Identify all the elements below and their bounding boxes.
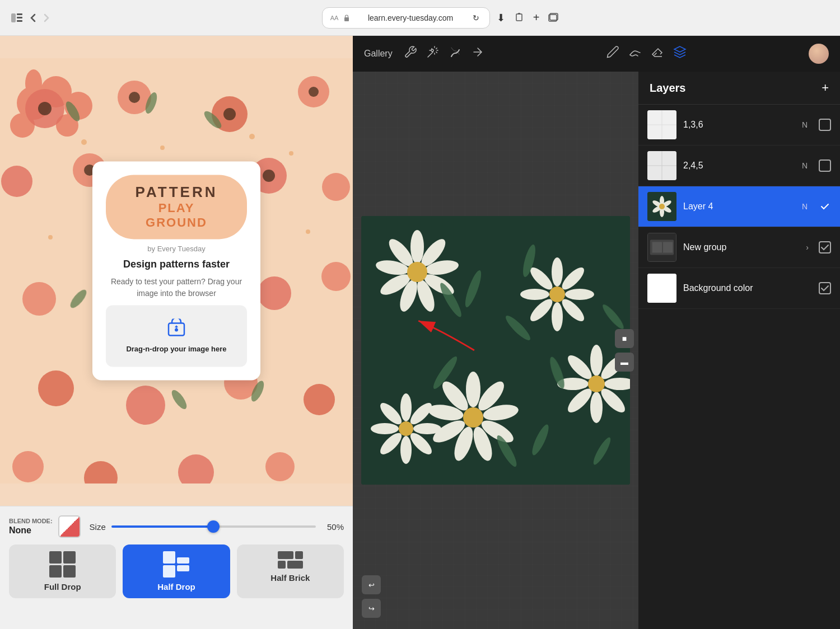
gallery-button[interactable]: Gallery [364, 49, 393, 59]
svg-rect-1 [17, 13, 22, 15]
svg-point-53 [160, 145, 165, 150]
layer-mode: N [802, 120, 808, 129]
cell [63, 551, 76, 564]
layer-item[interactable]: 2,4,5 N [638, 145, 840, 186]
drop-zone[interactable]: Drag-n-drop your image here [106, 306, 247, 367]
address-bar-area: AA learn.every-tuesday.com ↻ ⬇ + [56, 7, 827, 29]
full-drop-button[interactable]: Full Drop [9, 544, 116, 598]
browser-panel: PATTERN PLAYGROUND by Every Tuesday Desi… [0, 36, 353, 629]
svg-point-38 [129, 92, 140, 103]
main-container: PATTERN PLAYGROUND by Every Tuesday Desi… [0, 36, 840, 629]
brick [278, 551, 293, 559]
move-icon[interactable] [471, 45, 484, 62]
svg-point-58 [306, 229, 310, 234]
url-text[interactable]: learn.every-tuesday.com [355, 13, 465, 22]
blend-swatch[interactable] [58, 515, 81, 538]
smudge-icon[interactable] [628, 45, 642, 62]
share-button[interactable] [512, 11, 526, 25]
layer-item[interactable]: 1,3,6 N [638, 105, 840, 145]
layer-item[interactable]: Background color [638, 268, 840, 309]
svg-point-82 [466, 372, 480, 407]
undo-redo-controls: ↩ ↪ [362, 575, 381, 618]
pen-icon[interactable] [606, 45, 619, 62]
canvas-art [361, 216, 630, 485]
tabs-button[interactable] [546, 11, 561, 25]
canvas-nav-btn-1[interactable]: ■ [615, 329, 634, 348]
full-drop-icon [49, 551, 76, 578]
svg-point-101 [400, 393, 412, 421]
layer-thumbnail [647, 110, 676, 139]
layers-header: Layers + [638, 72, 840, 105]
layer-expand-arrow[interactable]: › [806, 243, 809, 252]
card-title: Design patterns faster [123, 259, 230, 271]
layer-thumb-preview [647, 110, 676, 139]
cell [63, 565, 76, 578]
half-drop-label: Half Drop [157, 582, 195, 592]
toolbar-left: Gallery [364, 45, 484, 62]
svg-point-52 [81, 139, 87, 145]
reload-button[interactable]: ↻ [470, 11, 482, 25]
redo-button[interactable]: ↪ [362, 599, 381, 618]
svg-point-60 [175, 328, 178, 332]
new-tab-button[interactable]: + [531, 9, 542, 26]
blend-mode-section: Blend Mode: None [9, 515, 81, 538]
svg-point-107 [371, 423, 399, 434]
layer-visibility-checkbox[interactable] [819, 159, 831, 172]
floral-background: PATTERN PLAYGROUND by Every Tuesday Desi… [0, 36, 353, 506]
layer-thumbnail [647, 192, 676, 221]
forward-button[interactable] [41, 11, 52, 25]
layer-visibility-checkbox[interactable] [819, 282, 831, 294]
brick [287, 561, 303, 569]
layer-thumb-preview [647, 192, 676, 221]
svg-rect-5 [516, 14, 522, 21]
svg-point-105 [400, 436, 412, 464]
layer-visibility-checkbox[interactable] [819, 119, 831, 131]
magic-wand-icon[interactable] [426, 45, 440, 62]
layer-thumb-preview [647, 151, 676, 180]
brick-row [278, 551, 303, 559]
sidebar-toggle-button[interactable] [9, 11, 25, 25]
wrench-icon[interactable] [404, 45, 417, 62]
layer-item-active[interactable]: Layer 4 N [638, 186, 840, 227]
svg-point-72 [407, 262, 427, 282]
cell [177, 565, 189, 571]
browser-toolbar: AA learn.every-tuesday.com ↻ ⬇ + [0, 0, 840, 36]
svg-rect-140 [663, 242, 673, 252]
svg-point-30 [126, 386, 165, 425]
size-section: Size 50% [90, 522, 344, 532]
layer-thumb-preview [648, 233, 676, 262]
svg-point-33 [12, 451, 44, 482]
svg-point-24 [322, 173, 350, 201]
half-brick-button[interactable]: Half Brick [237, 544, 344, 598]
canvas-nav: ■ ▬ [615, 329, 634, 372]
eraser-icon[interactable] [651, 45, 664, 62]
pattern-card: PATTERN PLAYGROUND by Every Tuesday Desi… [92, 161, 260, 380]
svg-point-25 [22, 282, 56, 316]
address-bar[interactable]: AA learn.every-tuesday.com ↻ [322, 7, 490, 29]
layer-name: New group [683, 242, 799, 252]
add-layer-button[interactable]: + [822, 81, 829, 95]
layer-thumbnail [647, 274, 676, 303]
undo-button[interactable]: ↩ [362, 575, 381, 594]
half-drop-icon [163, 551, 189, 578]
download-button[interactable]: ⬇ [494, 10, 507, 26]
layers-icon[interactable] [673, 45, 687, 62]
drop-text: Drag-n-drop your image here [126, 345, 226, 354]
layer-visibility-checkbox[interactable] [819, 200, 831, 213]
logo-line1: PATTERN [119, 184, 234, 201]
cell [163, 551, 175, 564]
svg-point-136 [659, 204, 665, 209]
half-drop-button[interactable]: Half Drop [123, 544, 230, 598]
back-button[interactable] [28, 11, 38, 25]
layer-name: 2,4,5 [683, 161, 795, 171]
liquify-icon[interactable] [449, 45, 462, 62]
svg-point-55 [289, 151, 293, 156]
layer-item[interactable]: New group › [638, 227, 840, 268]
user-avatar[interactable] [809, 44, 829, 64]
layer-visibility-checkbox[interactable] [819, 241, 831, 254]
svg-point-54 [249, 134, 255, 139]
size-slider[interactable] [111, 525, 316, 528]
blend-value: None [9, 525, 53, 536]
svg-point-37 [38, 102, 52, 115]
canvas-nav-btn-2[interactable]: ▬ [615, 353, 634, 372]
